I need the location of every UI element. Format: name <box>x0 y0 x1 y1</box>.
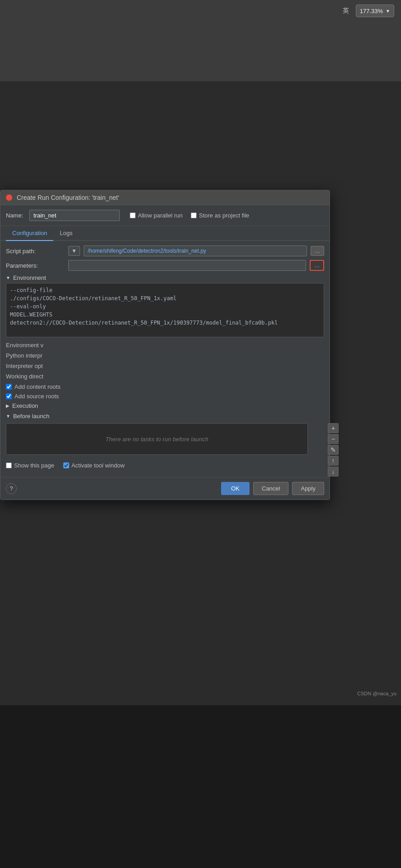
interpreter-options-row: Interpreter opt <box>6 363 324 369</box>
script-path-row: Script path: ▼ … <box>6 245 324 256</box>
activate-tool-window-checkbox[interactable] <box>63 462 69 468</box>
tabs-row: Configuration Logs <box>0 226 330 241</box>
before-launch-label: Before launch <box>13 413 49 420</box>
launch-tasks-container: There are no tasks to run before launch … <box>6 423 324 455</box>
add-source-roots-checkbox[interactable] <box>6 393 12 399</box>
python-interpreter-row: Python interpr <box>6 352 324 359</box>
name-row: Name: Allow parallel run Store as projec… <box>0 205 330 226</box>
script-path-browse-button[interactable]: … <box>311 246 324 256</box>
run-configuration-dialog: Create Run Configuration: 'train_net' Na… <box>0 190 330 500</box>
environment-section-header[interactable]: ▼ Environment <box>6 274 324 281</box>
cancel-button[interactable]: Cancel <box>253 482 288 495</box>
environment-section: ▼ Environment --config-file ./configs/CO… <box>6 274 324 339</box>
allow-parallel-run-label: Allow parallel run <box>138 212 183 219</box>
show-this-page-checkbox[interactable] <box>6 462 12 468</box>
zoom-selector[interactable]: 177.33% ▼ <box>356 5 394 17</box>
environment-textarea[interactable]: --config-file ./configs/COCO-Detection/r… <box>6 283 324 337</box>
env-variables-row: Environment v <box>6 342 324 349</box>
env-variables-label: Environment v <box>6 342 65 349</box>
close-button[interactable] <box>6 194 12 201</box>
bottom-bar <box>0 705 401 868</box>
name-input[interactable] <box>29 210 120 221</box>
add-content-roots-row: Add content roots <box>6 383 324 390</box>
watermark: CSDN @naca_yu <box>357 691 396 696</box>
move-down-button[interactable]: ↓ <box>328 467 339 476</box>
show-this-page-label: Show this page <box>14 462 54 469</box>
python-interpreter-label: Python interpr <box>6 352 65 359</box>
footer-buttons: OK Cancel Apply <box>221 482 324 495</box>
add-task-button[interactable]: + <box>328 423 339 433</box>
top-bar: 英 177.33% ▼ <box>0 0 401 81</box>
options-group: Allow parallel run Store as project file <box>130 212 249 219</box>
script-path-input[interactable] <box>84 245 307 256</box>
add-source-roots-label: Add source roots <box>14 393 59 400</box>
store-as-project-file-checkbox[interactable] <box>191 212 197 218</box>
activate-tool-window-label: Activate tool window <box>71 462 125 469</box>
environment-label: Environment <box>13 274 46 281</box>
allow-parallel-run-option[interactable]: Allow parallel run <box>130 212 183 219</box>
interpreter-options-label: Interpreter opt <box>6 363 65 369</box>
zoom-value: 177.33% <box>360 8 383 14</box>
dialog-titlebar: Create Run Configuration: 'train_net' <box>0 190 330 205</box>
dialog-footer: ? OK Cancel Apply <box>0 477 330 500</box>
tab-configuration[interactable]: Configuration <box>6 226 53 241</box>
name-label: Name: <box>6 212 24 219</box>
add-content-roots-label: Add content roots <box>14 383 61 390</box>
tab-logs[interactable]: Logs <box>53 226 79 241</box>
ok-button[interactable]: OK <box>221 482 250 495</box>
content-area: Script path: ▼ … Parameters: … ▼ Environ… <box>0 241 330 477</box>
parameters-input[interactable] <box>68 260 306 271</box>
store-as-project-file-label: Store as project file <box>199 212 249 219</box>
apply-button[interactable]: Apply <box>292 482 324 495</box>
store-as-project-file-option[interactable]: Store as project file <box>191 212 249 219</box>
script-path-type-dropdown[interactable]: ▼ <box>68 246 80 256</box>
remove-task-button[interactable]: − <box>328 434 339 444</box>
add-source-roots-row: Add source roots <box>6 393 324 400</box>
parameters-row: Parameters: … <box>6 260 324 271</box>
before-launch-expand-icon: ▼ <box>6 414 10 419</box>
before-launch-section-header[interactable]: ▼ Before launch <box>6 413 324 420</box>
dialog-title: Create Run Configuration: 'train_net' <box>17 194 119 201</box>
side-buttons: + − ✎ ↑ ↓ <box>328 423 339 476</box>
working-directory-row: Working direct <box>6 373 324 380</box>
script-path-label: Script path: <box>6 248 65 255</box>
no-tasks-text: There are no tasks to run before launch <box>105 436 208 443</box>
add-content-roots-checkbox[interactable] <box>6 384 12 390</box>
help-button[interactable]: ? <box>6 483 17 494</box>
execution-expand-icon: ▶ <box>6 403 9 408</box>
execution-section-header[interactable]: ▶ Execution <box>6 402 324 409</box>
working-directory-label: Working direct <box>6 373 65 380</box>
move-up-button[interactable]: ↑ <box>328 456 339 466</box>
zoom-dropdown-arrow-icon: ▼ <box>386 9 390 14</box>
parameters-label: Parameters: <box>6 262 65 269</box>
show-this-page-option[interactable]: Show this page <box>6 462 54 469</box>
activate-tool-window-option[interactable]: Activate tool window <box>63 462 125 469</box>
parameters-expand-button[interactable]: … <box>310 260 324 271</box>
language-indicator: 英 <box>343 7 349 15</box>
edit-task-button[interactable]: ✎ <box>328 445 339 455</box>
execution-label: Execution <box>12 402 38 409</box>
allow-parallel-run-checkbox[interactable] <box>130 212 136 218</box>
launch-tasks-area: There are no tasks to run before launch <box>6 423 308 455</box>
environment-expand-icon: ▼ <box>6 275 10 280</box>
bottom-checkboxes: Show this page Activate tool window <box>6 458 324 472</box>
